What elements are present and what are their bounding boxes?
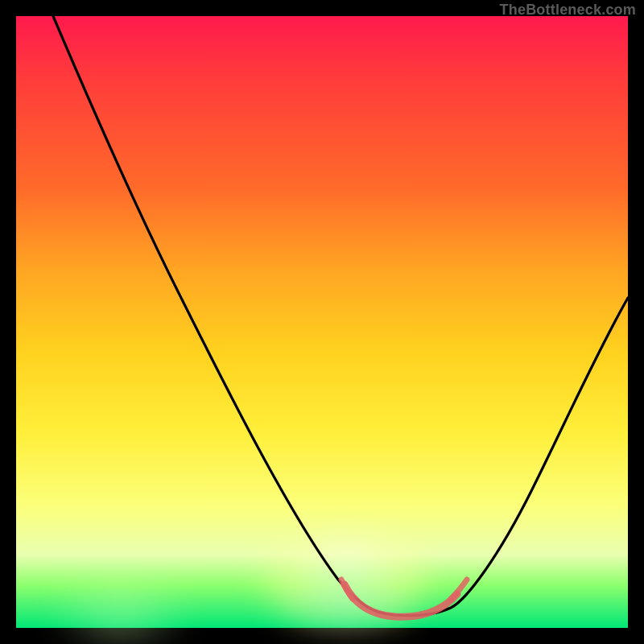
curve-path — [53, 16, 628, 616]
watermark: TheBottleneck.com — [500, 2, 636, 19]
plot-area — [16, 16, 628, 628]
chart-frame: TheBottleneck.com — [0, 0, 644, 644]
bottleneck-curve — [16, 16, 628, 628]
